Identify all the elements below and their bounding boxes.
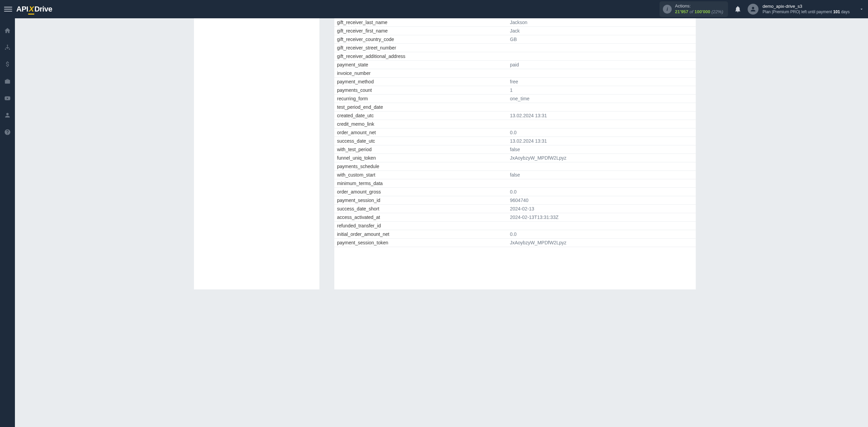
field-row: payment_session_tokenJxAoybzyW_MPDfW2Lpy…: [334, 239, 696, 247]
field-key: gift_receiver_street_number: [337, 45, 510, 50]
field-key: success_date_short: [337, 206, 510, 211]
field-row: gift_receiver_first_nameJack: [334, 27, 696, 35]
field-key: created_date_utc: [337, 113, 510, 118]
field-value: one_time: [510, 96, 693, 101]
field-row: with_test_periodfalse: [334, 145, 696, 154]
field-value: false: [510, 147, 693, 152]
field-key: funnel_uniq_token: [337, 155, 510, 161]
field-row: gift_receiver_country_codeGB: [334, 35, 696, 44]
field-value: GB: [510, 37, 693, 42]
actions-label: Actions:: [675, 3, 723, 9]
field-row: payments_count1: [334, 86, 696, 95]
field-value: Jackson: [510, 20, 693, 25]
field-key: payment_state: [337, 62, 510, 67]
right-panel: gift_receiver_last_nameJacksongift_recei…: [334, 18, 696, 289]
user-plan: Plan |Premium PRO| left until payment 10…: [763, 9, 850, 15]
hamburger-menu-icon[interactable]: [4, 5, 12, 13]
actions-of: of: [690, 9, 693, 14]
field-key: payment_method: [337, 79, 510, 84]
field-row: success_date_short2024-02-13: [334, 205, 696, 213]
actions-pct: (22%): [711, 9, 723, 14]
field-key: gift_receiver_last_name: [337, 20, 510, 25]
field-value: 9604740: [510, 198, 693, 203]
field-row: minimum_terms_data: [334, 179, 696, 188]
field-key: recurring_form: [337, 96, 510, 101]
sidebar-item-billing[interactable]: [0, 59, 15, 70]
info-icon: i: [663, 5, 672, 14]
field-value: 0.0: [510, 231, 693, 237]
field-key: payments_schedule: [337, 164, 510, 169]
sidebar-item-youtube[interactable]: [0, 93, 15, 104]
user-menu[interactable]: demo_apix-drive_s3 Plan |Premium PRO| le…: [748, 4, 864, 15]
actions-count: 21'957: [675, 9, 688, 14]
field-value: false: [510, 172, 693, 178]
field-row: gift_receiver_last_nameJackson: [334, 18, 696, 27]
field-row: with_custom_startfalse: [334, 171, 696, 179]
field-value: 0.0: [510, 130, 693, 135]
field-key: refunded_transfer_id: [337, 223, 510, 228]
sidebar: [0, 18, 15, 427]
field-row: payment_statepaid: [334, 61, 696, 69]
field-row: payments_schedule: [334, 162, 696, 171]
field-row: invoice_number: [334, 69, 696, 78]
field-key: test_period_end_date: [337, 104, 510, 110]
app-header: API X Drive i Actions: 21'957 of 100'000…: [0, 0, 868, 18]
main-content: gift_receiver_last_nameJacksongift_recei…: [15, 18, 868, 427]
logo-x: X: [29, 5, 34, 14]
sidebar-item-home[interactable]: [0, 25, 15, 36]
field-row: test_period_end_date: [334, 103, 696, 111]
field-value: 13.02.2024 13:31: [510, 113, 693, 118]
field-row: order_amount_net0.0: [334, 128, 696, 137]
field-value: Jack: [510, 28, 693, 34]
field-row: order_amount_gross0.0: [334, 188, 696, 196]
field-value: 13.02.2024 13:31: [510, 138, 693, 144]
field-key: payment_session_token: [337, 240, 510, 245]
field-value: 1: [510, 87, 693, 93]
field-row: initial_order_amount_net0.0: [334, 230, 696, 239]
sidebar-item-help[interactable]: [0, 127, 15, 138]
field-key: minimum_terms_data: [337, 181, 510, 186]
field-key: with_custom_start: [337, 172, 510, 178]
field-value: 0.0: [510, 189, 693, 195]
field-key: gift_receiver_country_code: [337, 37, 510, 42]
field-key: payment_session_id: [337, 198, 510, 203]
field-row: success_date_utc13.02.2024 13:31: [334, 137, 696, 145]
field-value: JxAoybzyW_MPDfW2Lpyz: [510, 155, 693, 161]
field-key: initial_order_amount_net: [337, 231, 510, 237]
field-row: access_activated_at2024-02-13T13:31:33Z: [334, 213, 696, 222]
field-value: free: [510, 79, 693, 84]
field-row: credit_memo_link: [334, 120, 696, 128]
field-value: 2024-02-13T13:31:33Z: [510, 215, 693, 220]
field-row: recurring_formone_time: [334, 95, 696, 103]
user-name: demo_apix-drive_s3: [763, 4, 850, 9]
field-value: 2024-02-13: [510, 206, 693, 211]
field-key: order_amount_gross: [337, 189, 510, 195]
field-key: credit_memo_link: [337, 121, 510, 127]
chevron-down-icon: [859, 7, 864, 12]
field-row: payment_session_id9604740: [334, 196, 696, 205]
field-row: refunded_transfer_id: [334, 222, 696, 230]
sidebar-item-connections[interactable]: [0, 42, 15, 53]
field-value: paid: [510, 62, 693, 67]
field-value: JxAoybzyW_MPDfW2Lpyz: [510, 240, 693, 245]
field-key: payments_count: [337, 87, 510, 93]
bell-icon[interactable]: [734, 5, 742, 13]
field-row: created_date_utc13.02.2024 13:31: [334, 111, 696, 120]
field-row: funnel_uniq_tokenJxAoybzyW_MPDfW2Lpyz: [334, 154, 696, 162]
field-row: payment_methodfree: [334, 78, 696, 86]
field-key: invoice_number: [337, 70, 510, 76]
logo[interactable]: API X Drive: [16, 5, 52, 14]
field-row: gift_receiver_street_number: [334, 44, 696, 52]
left-panel: [194, 18, 319, 289]
actions-total: 100'000: [694, 9, 710, 14]
sidebar-item-briefcase[interactable]: [0, 76, 15, 87]
field-key: with_test_period: [337, 147, 510, 152]
sidebar-item-account[interactable]: [0, 110, 15, 121]
field-key: gift_receiver_first_name: [337, 28, 510, 34]
field-key: gift_receiver_additional_address: [337, 54, 510, 59]
field-key: access_activated_at: [337, 215, 510, 220]
actions-counter[interactable]: i Actions: 21'957 of 100'000 (22%): [659, 1, 728, 17]
logo-drive: Drive: [34, 5, 52, 14]
field-row: gift_receiver_additional_address: [334, 52, 696, 61]
avatar-icon: [748, 4, 758, 15]
